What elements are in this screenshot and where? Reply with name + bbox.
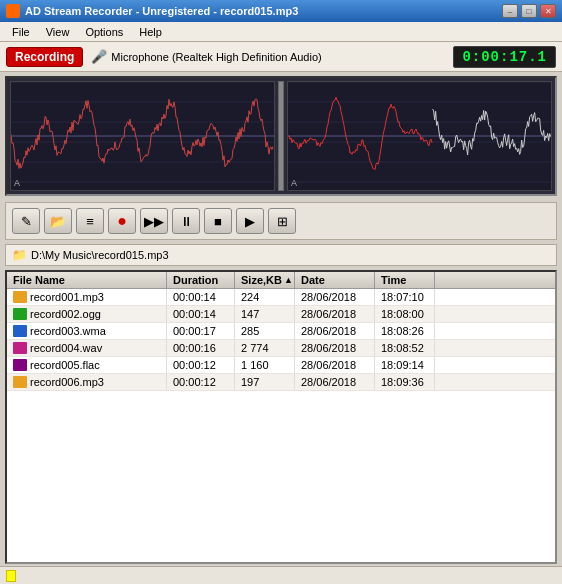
table-row[interactable]: record004.wav 00:00:16 2 774 28/06/2018 … bbox=[7, 340, 555, 357]
bottom-bar bbox=[0, 566, 562, 584]
file-cell-date: 28/06/2018 bbox=[295, 306, 375, 322]
file-cell-time: 18:08:26 bbox=[375, 323, 435, 339]
file-cell-date: 28/06/2018 bbox=[295, 357, 375, 373]
file-cell-duration: 00:00:14 bbox=[167, 306, 235, 322]
col-date[interactable]: Date bbox=[295, 272, 375, 288]
title-bar: AD Stream Recorder - Unregistered - reco… bbox=[0, 0, 562, 22]
col-time[interactable]: Time bbox=[375, 272, 435, 288]
file-cell-date: 28/06/2018 bbox=[295, 289, 375, 305]
menu-item-help[interactable]: Help bbox=[131, 25, 170, 39]
file-cell-size: 285 bbox=[235, 323, 295, 339]
transport-bar: ✎📂≡●▶▶⏸■▶⊞ bbox=[5, 202, 557, 240]
grid-btn[interactable]: ⊞ bbox=[268, 208, 296, 234]
file-cell-size: 1 160 bbox=[235, 357, 295, 373]
table-row[interactable]: record005.flac 00:00:12 1 160 28/06/2018… bbox=[7, 357, 555, 374]
mic-info: 🎤 Microphone (Realtek High Definition Au… bbox=[91, 49, 445, 64]
wma-icon bbox=[13, 325, 27, 337]
timer-display: 0:00:17.1 bbox=[453, 46, 556, 68]
record-btn[interactable]: ● bbox=[108, 208, 136, 234]
file-cell-name: record001.mp3 bbox=[7, 289, 167, 305]
menu-item-file[interactable]: File bbox=[4, 25, 38, 39]
status-bar: Recording 🎤 Microphone (Realtek High Def… bbox=[0, 42, 562, 72]
mic-icon: 🎤 bbox=[91, 49, 107, 64]
stop-btn[interactable]: ■ bbox=[204, 208, 232, 234]
file-cell-date: 28/06/2018 bbox=[295, 340, 375, 356]
file-cell-size: 224 bbox=[235, 289, 295, 305]
file-cell-size: 2 774 bbox=[235, 340, 295, 356]
wav-icon bbox=[13, 342, 27, 354]
minimize-button[interactable]: – bbox=[502, 4, 518, 18]
table-row[interactable]: record006.mp3 00:00:12 197 28/06/2018 18… bbox=[7, 374, 555, 391]
mp3-icon bbox=[13, 291, 27, 303]
file-cell-duration: 00:00:14 bbox=[167, 289, 235, 305]
ogg-icon bbox=[13, 308, 27, 320]
file-cell-time: 18:09:36 bbox=[375, 374, 435, 390]
menu-bar: FileViewOptionsHelp bbox=[0, 22, 562, 42]
maximize-button[interactable]: □ bbox=[521, 4, 537, 18]
file-list-container[interactable]: File Name Duration Size,KB ▲ Date Time r… bbox=[5, 270, 557, 564]
file-cell-duration: 00:00:12 bbox=[167, 357, 235, 373]
waveform-right: A bbox=[287, 81, 552, 191]
menu-item-view[interactable]: View bbox=[38, 25, 78, 39]
file-cell-name: record006.mp3 bbox=[7, 374, 167, 390]
file-cell-duration: 00:00:16 bbox=[167, 340, 235, 356]
col-duration[interactable]: Duration bbox=[167, 272, 235, 288]
file-cell-name: record004.wav bbox=[7, 340, 167, 356]
open-btn[interactable]: 📂 bbox=[44, 208, 72, 234]
mp3-icon bbox=[13, 376, 27, 388]
menu-item-options[interactable]: Options bbox=[77, 25, 131, 39]
forward-btn[interactable]: ▶▶ bbox=[140, 208, 168, 234]
file-cell-name: record002.ogg bbox=[7, 306, 167, 322]
window-controls: – □ ✕ bbox=[502, 4, 556, 18]
folder-icon: 📁 bbox=[12, 248, 27, 262]
new-record-btn[interactable]: ✎ bbox=[12, 208, 40, 234]
app-icon bbox=[6, 4, 20, 18]
file-cell-date: 28/06/2018 bbox=[295, 374, 375, 390]
save-btn[interactable]: ≡ bbox=[76, 208, 104, 234]
col-size[interactable]: Size,KB ▲ bbox=[235, 272, 295, 288]
file-cell-size: 147 bbox=[235, 306, 295, 322]
table-row[interactable]: record001.mp3 00:00:14 224 28/06/2018 18… bbox=[7, 289, 555, 306]
file-cell-duration: 00:00:17 bbox=[167, 323, 235, 339]
file-cell-time: 18:09:14 bbox=[375, 357, 435, 373]
file-cell-time: 18:08:52 bbox=[375, 340, 435, 356]
close-button[interactable]: ✕ bbox=[540, 4, 556, 18]
table-row[interactable]: record003.wma 00:00:17 285 28/06/2018 18… bbox=[7, 323, 555, 340]
waveform-left: A bbox=[10, 81, 275, 191]
filepath-bar: 📁 D:\My Music\record015.mp3 bbox=[5, 244, 557, 266]
mic-label: Microphone (Realtek High Definition Audi… bbox=[111, 51, 321, 63]
flac-icon bbox=[13, 359, 27, 371]
file-cell-time: 18:07:10 bbox=[375, 289, 435, 305]
waveform-left-label: A bbox=[14, 178, 20, 188]
recording-badge: Recording bbox=[6, 47, 83, 67]
file-cell-name: record005.flac bbox=[7, 357, 167, 373]
file-cell-duration: 00:00:12 bbox=[167, 374, 235, 390]
pause-btn[interactable]: ⏸ bbox=[172, 208, 200, 234]
cursor-indicator bbox=[6, 570, 16, 582]
file-cell-name: record003.wma bbox=[7, 323, 167, 339]
filepath-text: D:\My Music\record015.mp3 bbox=[31, 249, 169, 261]
waveform-divider bbox=[278, 81, 284, 191]
file-list-header: File Name Duration Size,KB ▲ Date Time bbox=[7, 272, 555, 289]
window-title: AD Stream Recorder - Unregistered - reco… bbox=[25, 5, 298, 17]
col-filename[interactable]: File Name bbox=[7, 272, 167, 288]
waveform-container: A A bbox=[5, 76, 557, 196]
file-cell-size: 197 bbox=[235, 374, 295, 390]
play-btn[interactable]: ▶ bbox=[236, 208, 264, 234]
table-row[interactable]: record002.ogg 00:00:14 147 28/06/2018 18… bbox=[7, 306, 555, 323]
file-cell-date: 28/06/2018 bbox=[295, 323, 375, 339]
waveform-right-label: A bbox=[291, 178, 297, 188]
file-cell-time: 18:08:00 bbox=[375, 306, 435, 322]
